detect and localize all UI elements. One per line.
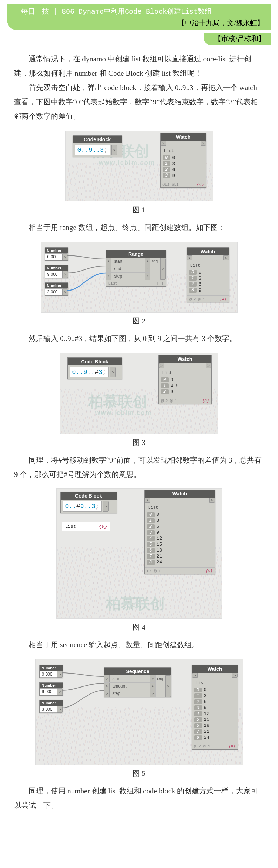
number-node[interactable]: Number 3.000> bbox=[45, 282, 68, 296]
list-item: 721 bbox=[147, 553, 213, 559]
watch-node[interactable]: Watch > > List 00132639 @L2 @L1 {4} bbox=[160, 133, 206, 188]
list-item: 00 bbox=[189, 269, 227, 275]
code-block-node[interactable]: Code Block 0..#9..3; > bbox=[60, 492, 117, 513]
figure-caption: 图 2 bbox=[0, 316, 278, 326]
watch-list: 00132639 bbox=[163, 155, 204, 179]
figure-3: 柏慕联创 www.lcbim.com Code Block 0..9..#3; … bbox=[14, 353, 264, 434]
list-item: 721 bbox=[194, 729, 236, 734]
list-item: 618 bbox=[147, 547, 213, 553]
watch-list: 00132639412515618721824 bbox=[194, 687, 236, 740]
output-port[interactable]: > bbox=[160, 258, 166, 280]
paragraph: 相当于用 sequence 输入起点、数量、间距创建数组。 bbox=[14, 638, 264, 652]
output-port[interactable]: > bbox=[111, 145, 117, 155]
code-input[interactable]: 0..#9..3; bbox=[63, 501, 102, 512]
list-item: 13 bbox=[147, 518, 213, 524]
list-item: 13 bbox=[194, 693, 236, 699]
list-item: 26 bbox=[189, 281, 227, 287]
list-item: 13 bbox=[189, 275, 227, 281]
list-item: 13 bbox=[163, 161, 204, 167]
code-block-node[interactable]: Code Block 0..9..#3; > bbox=[67, 357, 122, 379]
number-node[interactable]: Number 9.000> bbox=[45, 265, 68, 278]
figure-caption: 图 4 bbox=[0, 622, 278, 632]
watch-list: 00132639412515618721824 bbox=[147, 512, 213, 565]
list-item: 412 bbox=[194, 711, 236, 717]
paragraph: 然后输入 0..9..#3，结果如下图，从 0 到 9 之间一共有 3 个数字。 bbox=[14, 332, 264, 346]
number-node[interactable]: Number 0.000> bbox=[45, 247, 68, 261]
article-title: 每日一技 | 806 Dynamo中利用Code Block创建List数组 bbox=[21, 7, 264, 17]
list-item: 515 bbox=[147, 541, 213, 547]
code-block-node[interactable]: Code Block 0..9..3; > bbox=[73, 135, 122, 157]
list-item: 00 bbox=[161, 377, 209, 383]
watch-node[interactable]: Watch >> List 00132639412515618721824 L2… bbox=[144, 490, 215, 574]
figure-1: 柏慕联创 www.lcbim.com Code Block 0..9..3; >… bbox=[14, 131, 264, 201]
paragraph: 同理，将#号移动到数字“9”前面，可以发现相邻数字的差值为 3，总共有 9 个，… bbox=[14, 453, 264, 482]
author-credit: 【中冶十九局，文/魏永虹】 bbox=[21, 18, 264, 28]
paragraph: 相当于用 range 数组，起点、终点、间距创建数组。如下图： bbox=[14, 220, 264, 235]
watch-list: 0014.529 bbox=[161, 377, 209, 395]
paragraph: 通常情况下，在 dynamo 中创建 list 数组可以直接通过 core-li… bbox=[14, 52, 264, 81]
node-title: Watch bbox=[161, 133, 206, 141]
figure-4: 柏慕联创 Code Block 0..#9..3; > List{9} Watc… bbox=[14, 488, 264, 619]
watch-list: 00132639 bbox=[189, 269, 227, 293]
list-item: 39 bbox=[189, 287, 227, 293]
list-item: 00 bbox=[163, 155, 204, 161]
output-port[interactable]: > bbox=[201, 141, 206, 146]
range-node[interactable]: Range >start> >end> >step> seq > List||| bbox=[106, 250, 166, 287]
paragraph: 首先双击空白处，弹出 code block，接着输入 0..9..3，再拖入一个… bbox=[14, 81, 264, 124]
header-band: 每日一技 | 806 Dynamo中利用Code Block创建List数组 【… bbox=[7, 4, 271, 30]
figure-caption: 图 5 bbox=[0, 768, 278, 778]
list-item: 824 bbox=[147, 559, 213, 565]
list-item: 412 bbox=[147, 535, 213, 541]
watch-footer: @L2 @L1 {4} bbox=[161, 181, 206, 187]
list-item: 39 bbox=[163, 173, 204, 179]
list-item: 618 bbox=[194, 723, 236, 729]
watch-body: List 00132639 bbox=[161, 146, 206, 181]
list-item: 14.5 bbox=[161, 383, 209, 389]
input-port[interactable]: > bbox=[161, 141, 166, 146]
node-title: Code Block bbox=[73, 136, 122, 143]
list-item: 26 bbox=[147, 524, 213, 529]
list-item: 00 bbox=[194, 687, 236, 693]
number-node[interactable]: Number 9.000> bbox=[39, 682, 63, 696]
list-item: 824 bbox=[194, 734, 236, 740]
list-item: 39 bbox=[194, 705, 236, 711]
list-item: 26 bbox=[163, 167, 204, 173]
code-input[interactable]: 0..9..#3; bbox=[70, 367, 109, 377]
list-item: 39 bbox=[147, 529, 213, 535]
reviewer-credit: 【审核/吕栋和】 bbox=[204, 33, 271, 45]
watch-node[interactable]: Watch >> List 00132639 @L2 @L1{4} bbox=[187, 247, 229, 302]
figure-5: Number 0.000> Number 9.000> Number 3.000… bbox=[14, 659, 264, 765]
reviewer-band: 【审核/吕栋和】 bbox=[7, 33, 271, 45]
list-item: 26 bbox=[194, 699, 236, 705]
figure-2: Number 0.000> Number 9.000> Number 3.000… bbox=[14, 242, 264, 313]
code-input[interactable]: 0..9..3; bbox=[75, 145, 110, 155]
watch-node[interactable]: Watch >> List 00132639412515618721824 @L… bbox=[192, 665, 238, 750]
number-node[interactable]: Number 0.000> bbox=[39, 665, 63, 678]
watch-node[interactable]: Watch >> List 0014.529 @L2 @L1{3} bbox=[158, 355, 212, 404]
list-label: List bbox=[163, 148, 204, 155]
sequence-node[interactable]: Sequence >start> >amount> >step> seq > bbox=[104, 667, 171, 697]
figure-caption: 图 1 bbox=[0, 205, 278, 215]
figure-caption: 图 3 bbox=[0, 438, 278, 447]
list-item: 515 bbox=[194, 717, 236, 723]
number-node[interactable]: Number 3.000> bbox=[39, 700, 63, 713]
list-summary: List{9} bbox=[62, 522, 110, 531]
list-item: 29 bbox=[161, 389, 209, 395]
paragraph: 同理，使用 number 创建 list 数组和 code block 的创建方… bbox=[14, 784, 264, 813]
output-port[interactable]: > bbox=[165, 675, 171, 697]
list-item: 00 bbox=[147, 512, 213, 518]
